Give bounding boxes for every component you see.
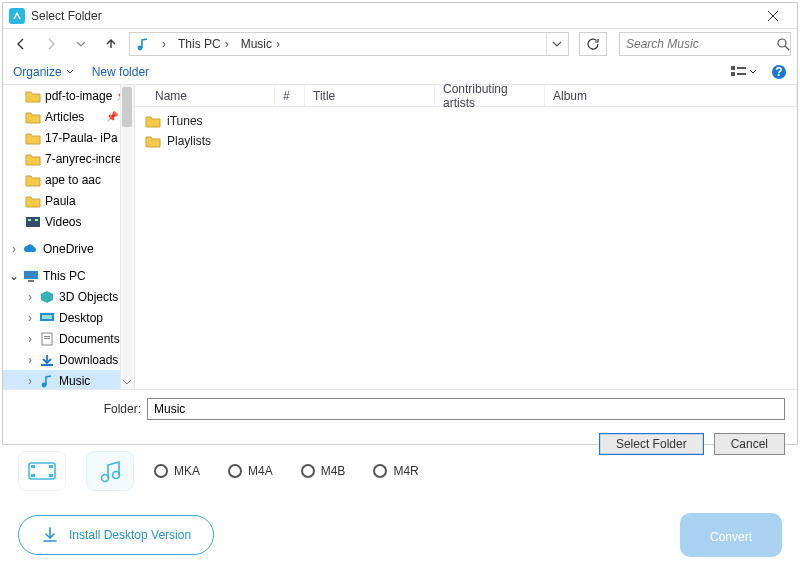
svg-rect-25 <box>44 338 50 339</box>
tree-item-desktop[interactable]: ›Desktop <box>3 307 134 328</box>
expand-icon[interactable]: › <box>25 353 35 367</box>
tree-item-documents[interactable]: ›Documents <box>3 328 134 349</box>
tree-scrollbar[interactable] <box>120 85 134 389</box>
folder-field-row: Folder: <box>3 389 797 427</box>
tree-item-music[interactable]: ›Music <box>3 370 134 389</box>
svg-text:?: ? <box>775 65 782 79</box>
column-headers[interactable]: Name # Title Contributing artists Album <box>135 85 797 107</box>
nav-tree[interactable]: pdf-to-image📌 Articles📌 17-Paula- iPa📌 7… <box>3 85 135 389</box>
nav-forward-button <box>39 32 63 56</box>
tree-item-onedrive[interactable]: ›OneDrive <box>3 238 134 259</box>
tree-item-ape-to-aac[interactable]: ape to aac <box>3 169 134 190</box>
svg-rect-2 <box>49 465 53 468</box>
tree-item-articles[interactable]: Articles📌 <box>3 106 134 127</box>
fmt-m4b[interactable]: M4B <box>301 464 346 478</box>
folder-icon <box>25 131 41 145</box>
file-list[interactable]: Name # Title Contributing artists Album … <box>135 85 797 389</box>
collapse-icon[interactable]: ⌄ <box>9 269 19 283</box>
app-icon <box>9 8 25 24</box>
nav-up-button[interactable] <box>99 32 123 56</box>
tree-item-3d-objects[interactable]: ›3D Objects <box>3 286 134 307</box>
tree-item-this-pc[interactable]: ⌄This PC <box>3 265 134 286</box>
music-icon <box>132 37 154 51</box>
svg-rect-7 <box>9 8 25 24</box>
expand-icon[interactable]: › <box>25 374 35 388</box>
nav-recent-button[interactable] <box>69 32 93 56</box>
path-root-chev[interactable]: › <box>154 37 174 51</box>
downloads-icon <box>39 353 55 367</box>
fmt-mka[interactable]: MKA <box>154 464 200 478</box>
svg-rect-22 <box>42 315 52 319</box>
svg-rect-4 <box>49 474 53 477</box>
folder-field-label: Folder: <box>3 402 147 416</box>
svg-rect-19 <box>24 271 38 279</box>
col-contrib[interactable]: Contributing artists <box>435 85 545 106</box>
folder-icon <box>25 89 41 103</box>
svg-rect-17 <box>28 219 31 221</box>
fmt-m4a[interactable]: M4A <box>228 464 273 478</box>
convert-button[interactable]: Convert <box>680 513 782 557</box>
svg-point-9 <box>778 39 786 47</box>
scroll-thumb[interactable] <box>122 87 132 127</box>
path-this-pc[interactable]: This PC› <box>174 37 237 51</box>
documents-icon <box>39 332 55 346</box>
cloud-icon <box>23 242 39 256</box>
svg-rect-20 <box>28 280 34 282</box>
svg-rect-10 <box>731 66 735 70</box>
tree-item-7-anyrec[interactable]: 7-anyrec-increas <box>3 148 134 169</box>
list-item[interactable]: Playlists <box>135 131 797 151</box>
refresh-button[interactable] <box>579 32 607 56</box>
desktop-icon <box>39 311 55 325</box>
close-icon[interactable] <box>753 5 793 27</box>
new-folder-button[interactable]: New folder <box>92 65 149 79</box>
search-input-container[interactable] <box>619 32 791 56</box>
scroll-down-icon[interactable] <box>122 377 132 387</box>
svg-rect-12 <box>737 67 746 69</box>
select-folder-button[interactable]: Select Folder <box>599 433 704 455</box>
nav-back-button[interactable] <box>9 32 33 56</box>
col-hash[interactable]: # <box>275 85 305 106</box>
col-name[interactable]: Name <box>135 85 275 106</box>
3d-icon <box>39 290 55 304</box>
video-icon <box>25 215 41 229</box>
tree-item-downloads[interactable]: ›Downloads <box>3 349 134 370</box>
select-folder-dialog: Select Folder › This PC› Music› Organize <box>2 2 798 445</box>
expand-icon[interactable]: › <box>25 311 35 325</box>
col-album[interactable]: Album <box>545 85 797 106</box>
svg-rect-1 <box>31 465 35 468</box>
folder-input[interactable] <box>147 398 785 420</box>
search-input[interactable] <box>626 37 777 51</box>
toolbar: Organize New folder ? <box>3 59 797 85</box>
tree-item-17-paula-ipa[interactable]: 17-Paula- iPa📌 <box>3 127 134 148</box>
breadcrumb[interactable]: › This PC› Music› <box>129 32 569 56</box>
fmt-m4r[interactable]: M4R <box>373 464 418 478</box>
pc-icon <box>23 269 39 283</box>
svg-rect-18 <box>35 219 38 221</box>
folder-icon <box>25 194 41 208</box>
svg-rect-16 <box>26 217 40 227</box>
expand-icon[interactable]: › <box>9 242 19 256</box>
folder-icon <box>25 110 41 124</box>
dialog-actions: Select Folder Cancel <box>3 427 797 465</box>
music-icon <box>39 374 55 388</box>
cancel-button[interactable]: Cancel <box>714 433 785 455</box>
list-item[interactable]: iTunes <box>135 111 797 131</box>
install-desktop-button[interactable]: Install Desktop Version <box>18 515 214 555</box>
folder-icon <box>145 134 161 148</box>
organize-menu[interactable]: Organize <box>13 65 74 79</box>
col-title[interactable]: Title <box>305 85 435 106</box>
tree-item-videos[interactable]: Videos <box>3 211 134 232</box>
titlebar: Select Folder <box>3 3 797 29</box>
help-icon[interactable]: ? <box>771 64 787 80</box>
svg-rect-11 <box>731 72 735 76</box>
format-options: MKA M4A M4B M4R <box>154 464 419 478</box>
tree-item-pdf-to-image[interactable]: pdf-to-image📌 <box>3 85 134 106</box>
path-music[interactable]: Music› <box>237 37 288 51</box>
nav-bar: › This PC› Music› <box>3 29 797 59</box>
path-dropdown-button[interactable] <box>546 33 566 55</box>
view-options-button[interactable] <box>731 66 757 78</box>
expand-icon[interactable]: › <box>25 332 35 346</box>
expand-icon[interactable]: › <box>25 290 35 304</box>
tree-item-paula[interactable]: Paula <box>3 190 134 211</box>
dialog-title: Select Folder <box>31 9 753 23</box>
